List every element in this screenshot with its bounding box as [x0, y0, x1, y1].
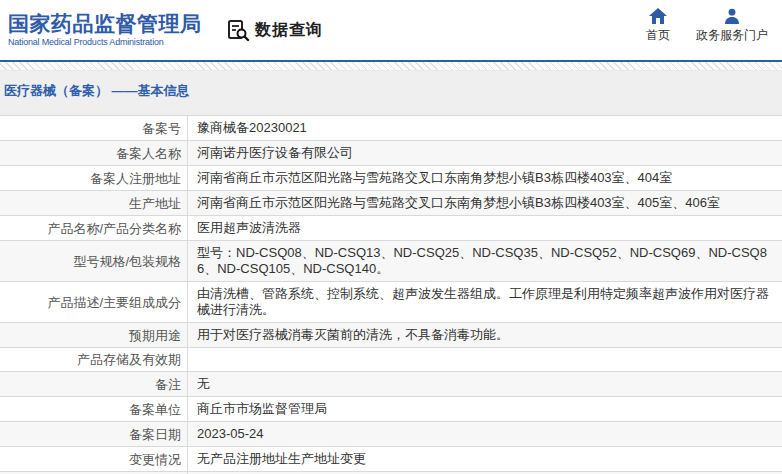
- data-query-title: 数据查询: [226, 18, 323, 42]
- row-value: 豫商械备20230021: [188, 116, 782, 140]
- row-label: 产品名称/产品分类名称: [0, 216, 188, 240]
- row-label: 型号规格/包装规格: [0, 241, 188, 281]
- row-label: 生产地址: [0, 191, 188, 215]
- nav-home-label: 首页: [646, 27, 670, 44]
- device-info-table: 备案号 豫商械备20230021 备案人名称 河南诺丹医疗设备有限公司 备案人注…: [0, 115, 782, 474]
- row-value: 无产品注册地址生产地址变更: [188, 447, 782, 471]
- home-icon: [649, 8, 667, 24]
- nav-item-portal[interactable]: 政务服务门户: [696, 8, 768, 44]
- row-value: [188, 356, 782, 364]
- table-row-storage-validity: 产品存储及有效期: [0, 348, 782, 372]
- app-header: 国家药品监督管理局 National Medical Products Admi…: [0, 0, 782, 60]
- table-row-registrant-name: 备案人名称 河南诺丹医疗设备有限公司: [0, 141, 782, 166]
- table-row-filing-date: 备案日期 2023-05-24: [0, 422, 782, 447]
- row-label: 预期用途: [0, 323, 188, 347]
- user-icon: [724, 8, 740, 24]
- row-label: 备注: [0, 372, 188, 396]
- logo-subtitle: National Medical Products Administration: [8, 36, 208, 48]
- row-value: 河南诺丹医疗设备有限公司: [188, 141, 782, 165]
- header-nav: 首页 政务服务门户: [646, 8, 768, 44]
- row-value: 由清洗槽、管路系统、控制系统、超声波发生器组成。工作原理是利用特定频率超声波作用…: [188, 282, 782, 322]
- nav-item-home[interactable]: 首页: [646, 8, 670, 44]
- table-row-model-spec: 型号规格/包装规格 型号：ND-CSQ08、ND-CSQ13、ND-CSQ25、…: [0, 241, 782, 282]
- row-label: 备案日期: [0, 422, 188, 446]
- row-value: 型号：ND-CSQ08、ND-CSQ13、ND-CSQ25、ND-CSQ35、N…: [188, 241, 782, 281]
- table-row-intended-use: 预期用途 用于对医疗器械消毒灭菌前的清洗，不具备消毒功能。: [0, 323, 782, 348]
- table-row-remarks: 备注 无: [0, 372, 782, 397]
- table-row-filing-authority: 备案单位 商丘市市场监督管理局: [0, 397, 782, 422]
- row-value: 医用超声波清洗器: [188, 216, 782, 240]
- row-label: 产品存储及有效期: [0, 348, 188, 371]
- nav-portal-label: 政务服务门户: [696, 27, 768, 44]
- row-label: 备案人注册地址: [0, 166, 188, 190]
- document-search-icon: [226, 18, 250, 42]
- row-label: 产品描述/主要组成成分: [0, 282, 188, 322]
- data-query-label: 数据查询: [255, 20, 323, 41]
- row-value: 用于对医疗器械消毒灭菌前的清洗，不具备消毒功能。: [188, 323, 782, 347]
- row-value: 商丘市市场监督管理局: [188, 397, 782, 421]
- table-row-product-description: 产品描述/主要组成成分 由清洗槽、管路系统、控制系统、超声波发生器组成。工作原理…: [0, 282, 782, 323]
- nmpa-logo: 国家药品监督管理局 National Medical Products Admi…: [8, 12, 208, 48]
- row-label: 备案号: [0, 116, 188, 140]
- hatch-divider: [0, 62, 782, 71]
- table-row-change-status: 变更情况 无产品注册地址生产地址变更: [0, 447, 782, 472]
- row-label: 备案人名称: [0, 141, 188, 165]
- row-value: 无: [188, 372, 782, 396]
- row-label: 备案单位: [0, 397, 188, 421]
- row-value: 河南省商丘市示范区阳光路与雪苑路交叉口东南角梦想小镇B3栋四楼403室、405室…: [188, 191, 782, 215]
- row-label: 变更情况: [0, 447, 188, 471]
- breadcrumb: 医疗器械（备案） ——基本信息: [4, 82, 782, 100]
- table-row-product-name: 产品名称/产品分类名称 医用超声波清洗器: [0, 216, 782, 241]
- row-value: 河南省商丘市示范区阳光路与雪苑路交叉口东南角梦想小镇B3栋四楼403室、404室: [188, 166, 782, 190]
- table-row-production-address: 生产地址 河南省商丘市示范区阳光路与雪苑路交叉口东南角梦想小镇B3栋四楼403室…: [0, 191, 782, 216]
- row-value: 2023-05-24: [188, 422, 782, 446]
- table-row-record-number: 备案号 豫商械备20230021: [0, 116, 782, 141]
- logo-title: 国家药品监督管理局: [8, 12, 208, 36]
- table-row-registered-address: 备案人注册地址 河南省商丘市示范区阳光路与雪苑路交叉口东南角梦想小镇B3栋四楼4…: [0, 166, 782, 191]
